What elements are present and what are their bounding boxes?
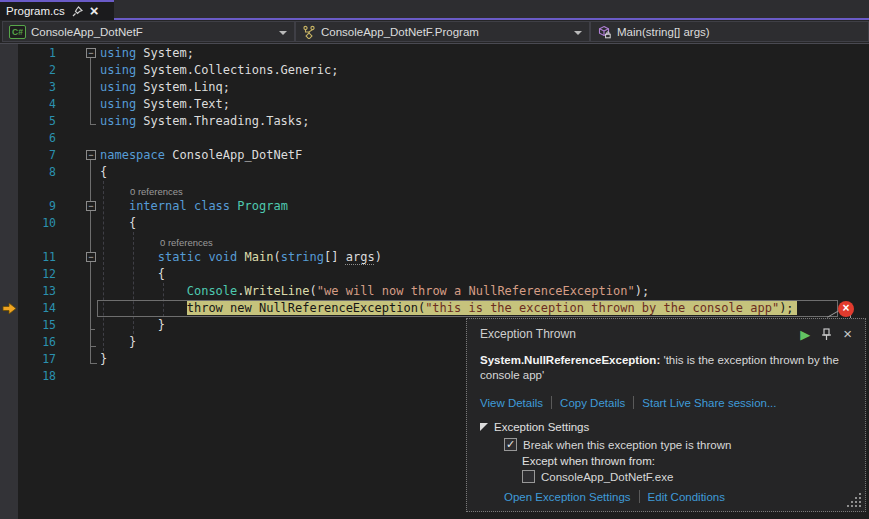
execution-pointer-arrow xyxy=(2,302,17,315)
code-text[interactable]: using System.Linq; xyxy=(100,79,230,96)
code-token: ConsoleApp_DotNetF xyxy=(165,148,302,162)
class-icon xyxy=(302,25,316,39)
resize-grip[interactable] xyxy=(859,505,861,507)
code-line[interactable]: 8{ xyxy=(0,164,869,181)
line-number: 18 xyxy=(0,368,56,385)
line-number: 9 xyxy=(0,198,56,215)
code-text[interactable]: internal class Program xyxy=(100,198,288,215)
navigation-bar: C# ConsoleApp_DotNetF ConsoleApp_DotNetF… xyxy=(0,20,869,44)
close-icon[interactable]: × xyxy=(90,5,99,17)
line-number: 16 xyxy=(0,334,56,351)
code-token: System.Threading.Tasks; xyxy=(136,114,309,128)
codelens-row[interactable]: 0 references xyxy=(0,232,869,249)
exception-error-icon: × xyxy=(838,301,854,317)
code-text[interactable]: namespace ConsoleApp_DotNetF xyxy=(100,147,302,164)
code-line[interactable]: 11 static void Main(string[] args) xyxy=(0,249,869,266)
code-token: System.Collections.Generic; xyxy=(136,63,338,77)
code-token: string xyxy=(281,250,324,264)
link-start-live-share-session[interactable]: Start Live Share session... xyxy=(642,397,776,409)
code-text[interactable]: using System.Text; xyxy=(100,96,230,113)
code-text[interactable]: using System.Threading.Tasks; xyxy=(100,113,310,130)
code-token xyxy=(100,250,158,264)
code-line[interactable]: 6 xyxy=(0,130,869,147)
close-icon[interactable]: × xyxy=(843,328,852,340)
code-text[interactable]: } xyxy=(100,351,107,368)
chevron-down-icon[interactable] xyxy=(574,31,582,35)
link-view-details[interactable]: View Details xyxy=(480,397,543,409)
continue-execution-icon[interactable]: ▶ xyxy=(800,328,810,341)
expander-triangle-icon xyxy=(480,423,488,431)
code-token: args xyxy=(346,250,375,264)
exception-message: System.NullReferenceException: 'this is … xyxy=(480,353,856,383)
code-text[interactable]: Console.WriteLine("we will now throw a N… xyxy=(100,283,649,300)
link-separator xyxy=(639,490,640,503)
code-line[interactable]: 3using System.Linq; xyxy=(0,79,869,96)
code-token: { xyxy=(100,216,136,230)
code-token xyxy=(237,250,244,264)
code-token: using xyxy=(100,80,136,94)
fold-toggle[interactable]: − xyxy=(86,150,96,160)
codelens-row[interactable]: 0 references xyxy=(0,181,869,198)
csharp-project-icon: C# xyxy=(9,25,26,39)
line-number: 3 xyxy=(0,79,56,96)
link-separator xyxy=(633,396,634,409)
line-number: 11 xyxy=(0,249,56,266)
chevron-down-icon[interactable] xyxy=(279,31,287,35)
project-dropdown[interactable]: C# ConsoleApp_DotNetF xyxy=(2,21,295,42)
member-dropdown[interactable]: Main(string[] args) xyxy=(590,21,869,42)
code-line[interactable]: 9 internal class Program xyxy=(0,198,869,215)
code-token: using xyxy=(100,63,136,77)
code-token: ( xyxy=(310,284,317,298)
code-line[interactable]: 5using System.Threading.Tasks; xyxy=(0,113,869,130)
code-token: internal xyxy=(129,199,187,213)
break-when-thrown-checkbox[interactable]: ✓ xyxy=(504,438,517,451)
fold-toggle[interactable]: − xyxy=(86,48,96,58)
code-text[interactable]: } xyxy=(100,334,136,351)
link-edit-conditions[interactable]: Edit Conditions xyxy=(648,491,725,503)
line-number: 6 xyxy=(0,130,56,147)
code-token: [] xyxy=(324,250,346,264)
code-line[interactable]: 13 Console.WriteLine("we will now throw … xyxy=(0,283,869,300)
module-exclusion-checkbox[interactable] xyxy=(522,470,535,483)
code-line[interactable]: 2using System.Collections.Generic; xyxy=(0,62,869,79)
code-token: using xyxy=(100,46,136,60)
pin-icon[interactable] xyxy=(72,6,83,17)
code-token: { xyxy=(100,165,107,179)
code-text[interactable]: { xyxy=(100,215,136,232)
visual-studio-window: Program.cs × C# ConsoleApp_DotNetF Conso… xyxy=(0,0,869,519)
link-open-exception-settings[interactable]: Open Exception Settings xyxy=(504,491,631,503)
code-text[interactable]: { xyxy=(100,164,107,181)
code-token: Program xyxy=(237,199,288,213)
code-editor[interactable]: − − − − × 1using System;2using System.Co… xyxy=(0,44,869,519)
code-text[interactable]: using System; xyxy=(100,45,194,62)
line-number: 7 xyxy=(0,147,56,164)
exception-settings-expander[interactable]: Exception Settings xyxy=(480,421,852,433)
code-line[interactable]: 4using System.Text; xyxy=(0,96,869,113)
code-token: namespace xyxy=(100,148,165,162)
code-token xyxy=(100,284,187,298)
exception-type: System.NullReferenceException: xyxy=(480,354,660,366)
code-line[interactable]: 10 { xyxy=(0,215,869,232)
line-number: 17 xyxy=(0,351,56,368)
tab-strip: Program.cs × xyxy=(0,0,869,20)
fold-toggle[interactable]: − xyxy=(86,252,96,262)
except-when-thrown-label: Except when thrown from: xyxy=(522,455,852,467)
code-line[interactable]: 1using System; xyxy=(0,45,869,62)
code-token: Main xyxy=(245,250,274,264)
code-text[interactable]: using System.Collections.Generic; xyxy=(100,62,338,79)
fold-toggle[interactable]: − xyxy=(86,201,96,211)
type-dropdown[interactable]: ConsoleApp_DotNetF.Program xyxy=(295,21,590,42)
code-line[interactable]: 12 { xyxy=(0,266,869,283)
code-text[interactable]: } xyxy=(100,317,165,334)
break-when-thrown-label: Break when this exception type is thrown xyxy=(523,439,731,451)
code-text[interactable]: { xyxy=(100,266,165,283)
code-line[interactable]: 7namespace ConsoleApp_DotNetF xyxy=(0,147,869,164)
code-token: System.Linq; xyxy=(136,80,230,94)
pin-icon[interactable] xyxy=(821,328,832,341)
code-text[interactable]: static void Main(string[] args) xyxy=(100,249,382,266)
tab-program-cs[interactable]: Program.cs × xyxy=(0,0,114,20)
line-number: 8 xyxy=(0,164,56,181)
line-number: 13 xyxy=(0,283,56,300)
code-token: ) xyxy=(375,250,382,264)
link-copy-details[interactable]: Copy Details xyxy=(560,397,625,409)
